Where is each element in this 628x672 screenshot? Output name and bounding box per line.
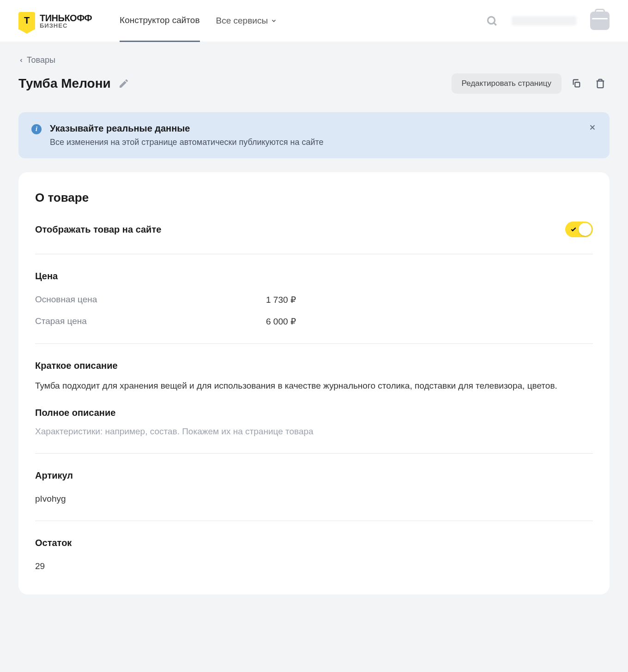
copy-icon (571, 78, 581, 89)
stock-label: Остаток (35, 538, 593, 548)
toggle-knob (579, 223, 592, 236)
svg-rect-2 (575, 82, 580, 87)
logo[interactable]: Т ТИНЬКОФФ БИЗНЕС (18, 12, 92, 30)
logo-sub: БИЗНЕС (40, 23, 92, 29)
nav-site-builder[interactable]: Конструктор сайтов (120, 0, 199, 42)
info-icon: i (31, 124, 42, 134)
visibility-label: Отображать товар на сайте (35, 224, 161, 235)
sku-section[interactable]: Артикул pIvohyg (35, 454, 593, 521)
card-title: О товаре (35, 191, 593, 205)
user-name-placeholder (512, 16, 576, 25)
sku-value: pIvohyg (35, 494, 593, 504)
visibility-row: Отображать товар на сайте (35, 222, 593, 254)
nav-label: Все сервисы (216, 16, 268, 26)
main-price-row[interactable]: Основная цена 1 730 ₽ (35, 294, 593, 305)
old-price-value: 6 000 ₽ (266, 316, 296, 327)
breadcrumb-label: Товары (27, 55, 55, 65)
check-icon (570, 226, 577, 233)
header: Т ТИНЬКОФФ БИЗНЕС Конструктор сайтов Все… (0, 0, 628, 42)
page-title: Тумба Мелони (18, 76, 111, 91)
short-desc-block[interactable]: Краткое описание Тумба подходит для хран… (35, 360, 593, 393)
short-desc-label: Краткое описание (35, 360, 593, 371)
price-section: Цена Основная цена 1 730 ₽ Старая цена 6… (35, 254, 593, 344)
visibility-toggle[interactable] (565, 222, 593, 237)
close-icon (588, 123, 597, 132)
info-title: Указывайте реальные данные (50, 123, 580, 134)
chevron-down-icon (271, 18, 277, 24)
banner-close-button[interactable] (588, 123, 597, 132)
svg-point-0 (488, 17, 495, 24)
stock-section[interactable]: Остаток 29 (35, 521, 593, 576)
full-desc-label: Полное описание (35, 408, 593, 418)
old-price-label: Старая цена (35, 316, 266, 327)
page-title-row: Тумба Мелони Редактировать страницу (18, 73, 610, 94)
page-content: Товары Тумба Мелони Редактировать страни… (0, 42, 628, 608)
nav-all-services[interactable]: Все сервисы (216, 0, 278, 42)
logo-main: ТИНЬКОФФ (40, 13, 92, 23)
product-card: О товаре Отображать товар на сайте Цена … (18, 172, 610, 594)
nav-label: Конструктор сайтов (120, 15, 199, 25)
full-desc-block[interactable]: Полное описание Характеристики: например… (35, 408, 593, 437)
chevron-left-icon (18, 57, 24, 64)
short-desc-text: Тумба подходит для хранения вещей и для … (35, 379, 593, 393)
info-content: Указывайте реальные данные Все изменения… (50, 123, 580, 147)
header-right (486, 12, 610, 30)
nav: Конструктор сайтов Все сервисы (120, 0, 277, 42)
edit-page-button[interactable]: Редактировать страницу (452, 73, 562, 94)
edit-title-button[interactable] (118, 78, 129, 89)
briefcase-icon[interactable] (590, 12, 610, 30)
logo-text: ТИНЬКОФФ БИЗНЕС (40, 13, 92, 29)
page-actions: Редактировать страницу (452, 73, 610, 94)
description-section: Краткое описание Тумба подходит для хран… (35, 344, 593, 454)
logo-shield-icon: Т (18, 12, 35, 30)
copy-button[interactable] (567, 74, 586, 93)
page-title-left: Тумба Мелони (18, 76, 129, 91)
info-desc: Все изменения на этой странице автоматич… (50, 138, 580, 147)
stock-value: 29 (35, 561, 593, 571)
main-price-value: 1 730 ₽ (266, 294, 296, 305)
trash-icon (595, 78, 605, 89)
pencil-icon (118, 78, 129, 89)
old-price-row[interactable]: Старая цена 6 000 ₽ (35, 316, 593, 327)
svg-line-1 (494, 23, 496, 25)
main-price-label: Основная цена (35, 294, 266, 305)
full-desc-placeholder: Характеристики: например, состав. Покаже… (35, 426, 593, 437)
breadcrumb[interactable]: Товары (18, 55, 610, 65)
sku-label: Артикул (35, 470, 593, 481)
info-banner: i Указывайте реальные данные Все изменен… (18, 112, 610, 158)
logo-letter: Т (24, 15, 30, 26)
search-icon[interactable] (486, 15, 498, 27)
delete-button[interactable] (591, 74, 610, 93)
price-heading: Цена (35, 271, 593, 282)
